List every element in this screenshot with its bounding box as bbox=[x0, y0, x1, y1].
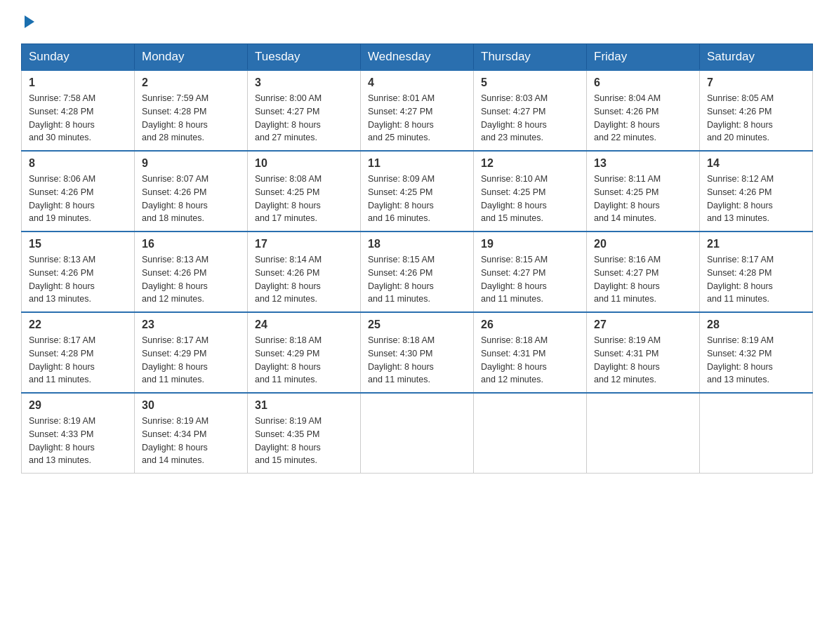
calendar-cell: 10Sunrise: 8:08 AMSunset: 4:25 PMDayligh… bbox=[248, 151, 361, 232]
calendar-cell: 9Sunrise: 8:07 AMSunset: 4:26 PMDaylight… bbox=[135, 151, 248, 232]
calendar-body: 1Sunrise: 7:58 AMSunset: 4:28 PMDaylight… bbox=[22, 70, 813, 474]
calendar-week-row: 22Sunrise: 8:17 AMSunset: 4:28 PMDayligh… bbox=[22, 312, 813, 393]
day-info: Sunrise: 8:19 AMSunset: 4:31 PMDaylight:… bbox=[594, 334, 692, 387]
day-number: 15 bbox=[29, 238, 127, 250]
calendar-cell: 18Sunrise: 8:15 AMSunset: 4:26 PMDayligh… bbox=[361, 232, 474, 312]
day-number: 16 bbox=[142, 238, 240, 250]
day-info: Sunrise: 8:11 AMSunset: 4:25 PMDaylight:… bbox=[594, 173, 692, 225]
day-number: 18 bbox=[368, 238, 466, 250]
day-info: Sunrise: 8:15 AMSunset: 4:27 PMDaylight:… bbox=[481, 253, 579, 306]
day-number: 6 bbox=[594, 76, 692, 89]
day-info: Sunrise: 8:07 AMSunset: 4:26 PMDaylight:… bbox=[142, 173, 240, 225]
day-number: 31 bbox=[255, 399, 353, 412]
calendar-cell: 7Sunrise: 8:05 AMSunset: 4:26 PMDaylight… bbox=[700, 70, 813, 151]
calendar-cell: 11Sunrise: 8:09 AMSunset: 4:25 PMDayligh… bbox=[361, 151, 474, 232]
day-info: Sunrise: 8:18 AMSunset: 4:30 PMDaylight:… bbox=[368, 334, 466, 387]
day-info: Sunrise: 8:09 AMSunset: 4:25 PMDaylight:… bbox=[368, 173, 466, 225]
logo bbox=[21, 14, 36, 29]
calendar-cell: 31Sunrise: 8:19 AMSunset: 4:35 PMDayligh… bbox=[248, 393, 361, 474]
day-number: 22 bbox=[29, 318, 127, 331]
day-info: Sunrise: 8:16 AMSunset: 4:27 PMDaylight:… bbox=[594, 253, 692, 306]
day-number: 29 bbox=[29, 399, 127, 412]
calendar-cell bbox=[700, 393, 813, 474]
calendar-cell bbox=[474, 393, 587, 474]
calendar-cell: 5Sunrise: 8:03 AMSunset: 4:27 PMDaylight… bbox=[474, 70, 587, 151]
calendar-cell: 3Sunrise: 8:00 AMSunset: 4:27 PMDaylight… bbox=[248, 70, 361, 151]
day-number: 28 bbox=[707, 318, 805, 331]
calendar-table: SundayMondayTuesdayWednesdayThursdayFrid… bbox=[21, 43, 813, 474]
day-info: Sunrise: 8:08 AMSunset: 4:25 PMDaylight:… bbox=[255, 173, 353, 225]
calendar-cell: 30Sunrise: 8:19 AMSunset: 4:34 PMDayligh… bbox=[135, 393, 248, 474]
day-number: 5 bbox=[481, 76, 579, 89]
calendar-cell bbox=[361, 393, 474, 474]
calendar-cell: 22Sunrise: 8:17 AMSunset: 4:28 PMDayligh… bbox=[22, 312, 135, 393]
day-number: 3 bbox=[255, 76, 353, 89]
day-number: 9 bbox=[142, 157, 240, 170]
day-info: Sunrise: 8:01 AMSunset: 4:27 PMDaylight:… bbox=[368, 92, 466, 145]
weekday-header-friday: Friday bbox=[587, 44, 700, 71]
day-number: 11 bbox=[368, 157, 466, 170]
calendar-cell: 1Sunrise: 7:58 AMSunset: 4:28 PMDaylight… bbox=[22, 70, 135, 151]
day-number: 26 bbox=[481, 318, 579, 331]
day-info: Sunrise: 8:18 AMSunset: 4:31 PMDaylight:… bbox=[481, 334, 579, 387]
day-number: 4 bbox=[368, 76, 466, 89]
day-number: 12 bbox=[481, 157, 579, 170]
calendar-week-row: 8Sunrise: 8:06 AMSunset: 4:26 PMDaylight… bbox=[22, 151, 813, 232]
calendar-cell: 14Sunrise: 8:12 AMSunset: 4:26 PMDayligh… bbox=[700, 151, 813, 232]
day-number: 20 bbox=[594, 238, 692, 250]
day-number: 19 bbox=[481, 238, 579, 250]
day-number: 8 bbox=[29, 157, 127, 170]
day-number: 25 bbox=[368, 318, 466, 331]
calendar-cell: 25Sunrise: 8:18 AMSunset: 4:30 PMDayligh… bbox=[361, 312, 474, 393]
day-number: 24 bbox=[255, 318, 353, 331]
calendar-cell: 24Sunrise: 8:18 AMSunset: 4:29 PMDayligh… bbox=[248, 312, 361, 393]
calendar-week-row: 29Sunrise: 8:19 AMSunset: 4:33 PMDayligh… bbox=[22, 393, 813, 474]
calendar-week-row: 15Sunrise: 8:13 AMSunset: 4:26 PMDayligh… bbox=[22, 232, 813, 312]
day-number: 23 bbox=[142, 318, 240, 331]
calendar-cell: 19Sunrise: 8:15 AMSunset: 4:27 PMDayligh… bbox=[474, 232, 587, 312]
day-info: Sunrise: 8:00 AMSunset: 4:27 PMDaylight:… bbox=[255, 92, 353, 145]
weekday-header-sunday: Sunday bbox=[22, 44, 135, 71]
day-info: Sunrise: 7:58 AMSunset: 4:28 PMDaylight:… bbox=[29, 92, 127, 145]
calendar-cell: 23Sunrise: 8:17 AMSunset: 4:29 PMDayligh… bbox=[135, 312, 248, 393]
day-info: Sunrise: 8:06 AMSunset: 4:26 PMDaylight:… bbox=[29, 173, 127, 225]
logo-triangle-icon bbox=[23, 14, 36, 29]
weekday-header-wednesday: Wednesday bbox=[361, 44, 474, 71]
day-info: Sunrise: 8:13 AMSunset: 4:26 PMDaylight:… bbox=[142, 253, 240, 306]
page-header bbox=[21, 14, 813, 29]
calendar-cell: 12Sunrise: 8:10 AMSunset: 4:25 PMDayligh… bbox=[474, 151, 587, 232]
day-info: Sunrise: 8:13 AMSunset: 4:26 PMDaylight:… bbox=[29, 253, 127, 306]
weekday-header-monday: Monday bbox=[135, 44, 248, 71]
day-number: 7 bbox=[707, 76, 805, 89]
day-info: Sunrise: 8:18 AMSunset: 4:29 PMDaylight:… bbox=[255, 334, 353, 387]
calendar-cell: 26Sunrise: 8:18 AMSunset: 4:31 PMDayligh… bbox=[474, 312, 587, 393]
calendar-cell: 13Sunrise: 8:11 AMSunset: 4:25 PMDayligh… bbox=[587, 151, 700, 232]
calendar-cell: 8Sunrise: 8:06 AMSunset: 4:26 PMDaylight… bbox=[22, 151, 135, 232]
calendar-cell: 2Sunrise: 7:59 AMSunset: 4:28 PMDaylight… bbox=[135, 70, 248, 151]
calendar-cell: 21Sunrise: 8:17 AMSunset: 4:28 PMDayligh… bbox=[700, 232, 813, 312]
calendar-cell: 29Sunrise: 8:19 AMSunset: 4:33 PMDayligh… bbox=[22, 393, 135, 474]
day-number: 21 bbox=[707, 238, 805, 250]
calendar-cell: 4Sunrise: 8:01 AMSunset: 4:27 PMDaylight… bbox=[361, 70, 474, 151]
day-info: Sunrise: 8:19 AMSunset: 4:34 PMDaylight:… bbox=[142, 415, 240, 467]
svg-marker-0 bbox=[25, 15, 34, 28]
calendar-cell: 16Sunrise: 8:13 AMSunset: 4:26 PMDayligh… bbox=[135, 232, 248, 312]
day-info: Sunrise: 8:19 AMSunset: 4:35 PMDaylight:… bbox=[255, 415, 353, 467]
day-number: 17 bbox=[255, 238, 353, 250]
day-info: Sunrise: 8:05 AMSunset: 4:26 PMDaylight:… bbox=[707, 92, 805, 145]
day-number: 30 bbox=[142, 399, 240, 412]
day-info: Sunrise: 8:17 AMSunset: 4:29 PMDaylight:… bbox=[142, 334, 240, 387]
day-info: Sunrise: 8:04 AMSunset: 4:26 PMDaylight:… bbox=[594, 92, 692, 145]
day-info: Sunrise: 8:19 AMSunset: 4:33 PMDaylight:… bbox=[29, 415, 127, 467]
calendar-cell: 6Sunrise: 8:04 AMSunset: 4:26 PMDaylight… bbox=[587, 70, 700, 151]
day-number: 2 bbox=[142, 76, 240, 89]
weekday-header-tuesday: Tuesday bbox=[248, 44, 361, 71]
day-info: Sunrise: 8:15 AMSunset: 4:26 PMDaylight:… bbox=[368, 253, 466, 306]
day-info: Sunrise: 8:17 AMSunset: 4:28 PMDaylight:… bbox=[707, 253, 805, 306]
day-number: 27 bbox=[594, 318, 692, 331]
day-info: Sunrise: 8:17 AMSunset: 4:28 PMDaylight:… bbox=[29, 334, 127, 387]
day-number: 1 bbox=[29, 76, 127, 89]
calendar-cell: 15Sunrise: 8:13 AMSunset: 4:26 PMDayligh… bbox=[22, 232, 135, 312]
day-info: Sunrise: 7:59 AMSunset: 4:28 PMDaylight:… bbox=[142, 92, 240, 145]
day-number: 14 bbox=[707, 157, 805, 170]
